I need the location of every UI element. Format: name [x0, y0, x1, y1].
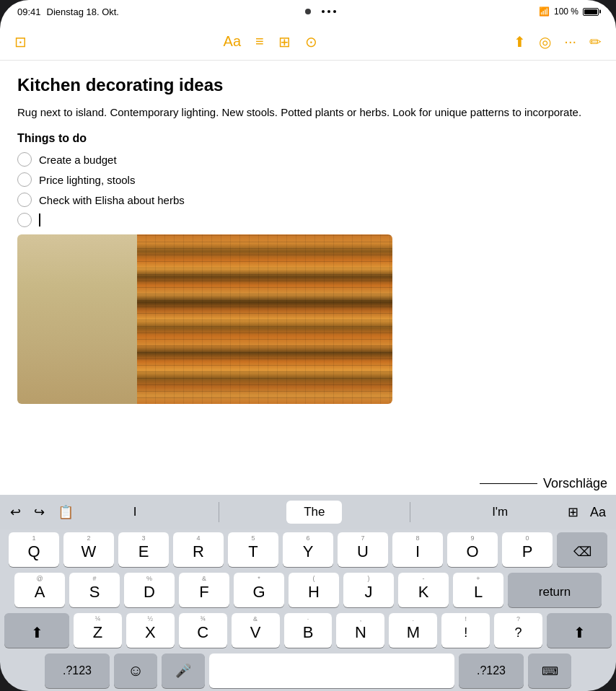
status-date: Dienstag 18. Okt.	[47, 6, 119, 17]
find-icon[interactable]: ◎	[539, 33, 551, 50]
annotation-line	[480, 483, 537, 484]
note-body: Rug next to island. Contemporary lightin…	[17, 105, 599, 121]
key-x[interactable]: ½ X	[126, 613, 175, 648]
status-center	[322, 10, 336, 13]
key-v[interactable]: & V	[232, 613, 280, 648]
key-o[interactable]: 9 O	[447, 532, 498, 567]
key-a[interactable]: @ A	[14, 573, 65, 607]
status-right: 📶 100 %	[539, 6, 599, 17]
key-row-3: ⬆ ¼ Z ½ X ¾ C & V ·	[4, 613, 612, 648]
key-c[interactable]: ¾ C	[179, 613, 227, 648]
keyboard-table-icon[interactable]: ⊞	[563, 500, 583, 524]
key-i[interactable]: 8 I	[392, 532, 443, 567]
key-return[interactable]: return	[508, 573, 602, 607]
compose-icon[interactable]: ✏	[589, 33, 602, 50]
status-dot-2	[327, 10, 330, 13]
photo-placeholder	[17, 234, 392, 404]
sidebar-toggle-icon[interactable]: ⊡	[14, 33, 27, 50]
key-n[interactable]: , N	[336, 613, 384, 648]
checklist-item-3: Check with Elisha about herbs	[17, 193, 599, 207]
clipboard-icon[interactable]: 📋	[53, 500, 78, 524]
text-cursor	[39, 214, 40, 226]
key-r[interactable]: 4 R	[173, 532, 224, 567]
ipad-frame: 09:41 Dienstag 18. Okt. 📶 100 % ⊡ Aa ≡ ⊞	[0, 0, 616, 691]
suggestion-3[interactable]: I'm	[478, 501, 522, 524]
key-emoji[interactable]: ☺	[114, 653, 157, 688]
predictive-right-icons: ⊞ Aa	[563, 500, 610, 524]
cursor-line	[17, 213, 599, 227]
key-numbers-right[interactable]: .?123	[459, 653, 524, 688]
key-microphone[interactable]: 🎤	[162, 653, 205, 688]
key-f[interactable]: & F	[179, 573, 229, 607]
checkbox-4[interactable]	[17, 213, 32, 227]
checkbox-3[interactable]	[17, 193, 32, 207]
toolbar: ⊡ Aa ≡ ⊞ ⊙ ⬆ ◎ ··· ✏	[0, 23, 616, 61]
note-title: Kitchen decorating ideas	[17, 75, 599, 96]
camera-insert-icon[interactable]: ⊙	[305, 33, 317, 50]
wall-section	[17, 234, 149, 404]
redo-icon[interactable]: ↪	[30, 500, 49, 524]
key-e[interactable]: 3 E	[118, 532, 169, 567]
suggestion-1[interactable]: I	[119, 501, 151, 524]
checklist-format-icon[interactable]: ≡	[255, 33, 264, 50]
camera-dot	[305, 9, 311, 14]
textile-pattern	[137, 234, 392, 404]
key-y[interactable]: 6 Y	[283, 532, 333, 567]
key-w[interactable]: 2 W	[63, 532, 114, 567]
key-row-4: .?123 ☺ 🎤 .?123 ⌨	[4, 653, 612, 688]
checklist-item-2: Price lighting, stools	[17, 172, 599, 187]
more-options-icon[interactable]: ···	[564, 33, 576, 50]
key-t[interactable]: 5 T	[228, 532, 278, 567]
key-q[interactable]: 1 Q	[9, 532, 59, 567]
key-z[interactable]: ¼ Z	[74, 613, 122, 648]
font-format-icon[interactable]: Aa	[224, 33, 241, 50]
key-question[interactable]: ? ?	[494, 613, 542, 648]
share-icon[interactable]: ⬆	[514, 33, 526, 50]
battery-icon	[583, 8, 599, 16]
key-backspace[interactable]: ⌫	[557, 532, 607, 567]
battery-percent: 100 %	[554, 6, 578, 17]
vorschlaege-label: Vorschläge	[543, 476, 607, 491]
checkbox-1[interactable]	[17, 152, 32, 167]
key-shift-right[interactable]: ⬆	[547, 613, 612, 648]
wifi-icon: 📶	[539, 6, 550, 17]
keyboard-font-icon[interactable]: Aa	[586, 501, 610, 524]
key-k[interactable]: - K	[398, 573, 449, 607]
key-numbers[interactable]: .?123	[45, 653, 110, 688]
checklist-text-3: Check with Elisha about herbs	[39, 194, 185, 206]
predictive-bar: ↩ ↪ 📋 I The I'm ⊞ Aa	[0, 495, 616, 529]
return-label: return	[539, 585, 571, 599]
key-g[interactable]: * G	[234, 573, 284, 607]
toolbar-right: ⬆ ◎ ··· ✏	[514, 33, 602, 50]
key-exclaim[interactable]: ! !	[441, 613, 490, 648]
note-content[interactable]: Kitchen decorating ideas Rug next to isl…	[0, 61, 616, 495]
toolbar-center: Aa ≡ ⊞ ⊙	[224, 33, 317, 50]
predictive-left-icons: ↩ ↪ 📋	[6, 500, 78, 524]
key-keyboard-hide[interactable]: ⌨	[528, 653, 571, 688]
things-heading: Things to do	[17, 132, 599, 145]
key-d[interactable]: % D	[124, 573, 175, 607]
status-dot-3	[333, 10, 336, 13]
key-p[interactable]: 0 P	[502, 532, 553, 567]
key-l[interactable]: + L	[453, 573, 503, 607]
key-h[interactable]: ( H	[289, 573, 339, 607]
key-b[interactable]: · B	[284, 613, 333, 648]
checklist-text-2: Price lighting, stools	[39, 174, 135, 186]
keyboard-rows: 1 Q 2 W 3 E 4 R 5 T	[0, 529, 616, 691]
table-insert-icon[interactable]: ⊞	[278, 33, 291, 50]
key-space[interactable]	[209, 653, 454, 688]
status-time: 09:41	[17, 6, 41, 17]
toolbar-left: ⊡	[14, 33, 27, 50]
key-u[interactable]: 7 U	[338, 532, 388, 567]
predictive-suggestions: I The I'm	[85, 501, 556, 524]
key-s[interactable]: # S	[69, 573, 120, 607]
textile-section	[137, 234, 392, 404]
key-m[interactable]: . M	[389, 613, 437, 648]
vorschlaege-annotation: Vorschläge	[480, 476, 607, 491]
key-shift-left[interactable]: ⬆	[4, 613, 69, 648]
undo-icon[interactable]: ↩	[6, 500, 25, 524]
key-j[interactable]: ) J	[343, 573, 394, 607]
note-photo	[17, 234, 392, 404]
suggestion-2[interactable]: The	[286, 501, 342, 524]
checkbox-2[interactable]	[17, 172, 32, 187]
